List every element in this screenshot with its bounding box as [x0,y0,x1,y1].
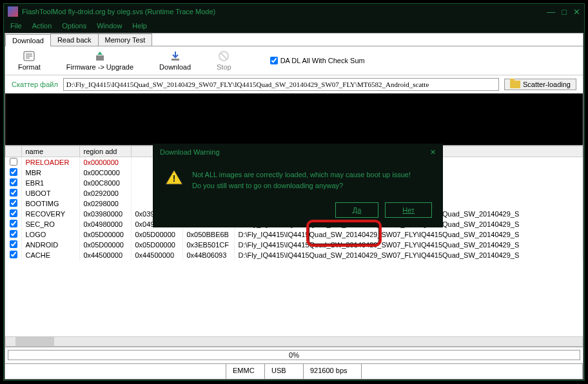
menubar: File Action Options Window Help [4,19,584,32]
scatter-row: Скаттер файл Scatter-loading [5,75,583,93]
black-band [5,93,583,145]
svg-text:!: ! [173,173,176,184]
maximize-button[interactable]: □ [562,7,567,17]
progress-bar: 0% [8,350,580,360]
row-checkbox[interactable] [10,209,17,217]
app-icon [8,6,18,17]
stop-icon [217,50,230,62]
dialog-message: Not ALL images are correctly loaded, whi… [192,169,411,191]
menu-file[interactable]: File [10,22,22,30]
format-icon [23,50,35,62]
row-checkbox[interactable] [10,178,17,186]
horizontal-scrollbar[interactable] [5,336,583,347]
status-emmc: EMMC [226,364,265,379]
progress-row: 0% [5,347,583,363]
dialog-close-button[interactable]: ✕ [430,148,436,157]
row-checkbox[interactable] [10,199,17,207]
tab-download[interactable]: Download [5,34,51,46]
scatter-label: Скаттер файл [12,81,58,88]
row-checkbox[interactable] [10,158,17,166]
tab-memtest[interactable]: Memory Test [98,34,153,46]
titlebar: FlashToolMod fly-droid.org by oleg.svs (… [4,4,584,19]
minimize-button[interactable]: — [547,7,555,17]
checksum-checkbox[interactable]: DA DL All With Check Sum [270,57,365,64]
table-row[interactable]: ANDROID0x05D000000x05D000000x3EB501CFD:\… [6,240,583,250]
row-checkbox[interactable] [10,220,17,227]
scatter-loading-button[interactable]: Scatter-loading [504,79,576,90]
download-button[interactable]: Download [159,50,191,71]
row-checkbox[interactable] [10,168,17,176]
firmware-upgrade-button[interactable]: Firmware -> Upgrade [66,50,133,71]
close-button[interactable]: ✕ [573,7,580,17]
menu-action[interactable]: Action [32,22,52,30]
tab-bar: Download Read back Memory Test [5,34,583,46]
dialog-no-button[interactable]: Нет [385,202,432,218]
menu-options[interactable]: Options [62,22,86,30]
download-warning-dialog: Download Warning ✕ ! Not ALL images are … [153,144,443,227]
download-icon [169,50,182,62]
svg-rect-2 [172,59,179,61]
table-row[interactable]: LOGO0x05D000000x05D000000x050BBE6BD:\Fly… [6,229,583,240]
menu-help[interactable]: Help [132,22,147,30]
warning-icon: ! [165,169,183,185]
status-bar: EMMC USB 921600 bps [5,363,583,379]
tab-readback[interactable]: Read back [50,34,99,46]
svg-rect-1 [96,55,104,61]
status-baud: 921600 bps [304,364,362,379]
upgrade-icon [93,50,106,62]
folder-icon [510,81,520,88]
dialog-title: Download Warning [160,148,220,157]
row-checkbox[interactable] [10,240,17,248]
row-checkbox[interactable] [10,230,17,238]
row-checkbox[interactable] [10,251,17,258]
table-row[interactable]: CACHE0x445000000x445000000x44B06093D:\Fl… [6,250,583,260]
scatter-path-input[interactable] [63,78,499,91]
status-usb: USB [265,364,304,379]
stop-button[interactable]: Stop [217,50,231,71]
toolbar: Format Firmware -> Upgrade Download Stop… [5,46,583,75]
row-checkbox[interactable] [10,189,17,197]
dialog-yes-button[interactable]: Да [335,202,379,218]
menu-window[interactable]: Window [97,22,122,30]
window-title: FlashToolMod fly-droid.org by oleg.svs (… [22,8,547,15]
format-button[interactable]: Format [18,50,41,71]
